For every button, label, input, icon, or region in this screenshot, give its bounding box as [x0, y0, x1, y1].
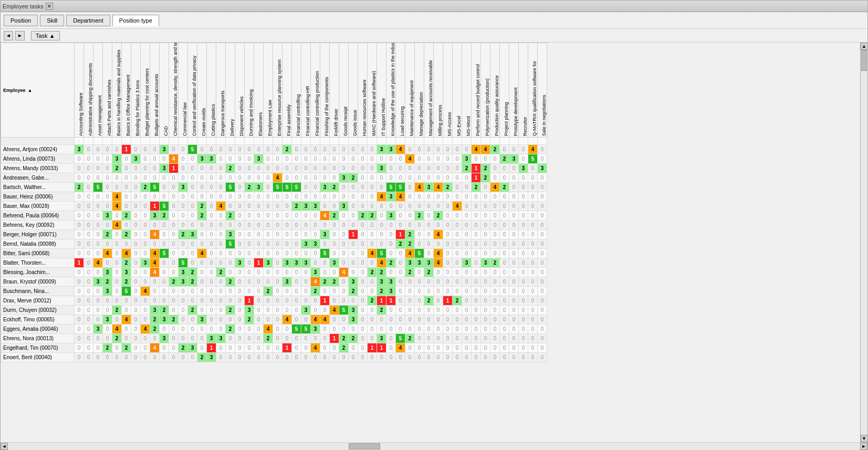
cell: 0 [472, 249, 481, 258]
cell: 0 [472, 221, 481, 230]
cell: 0 [103, 145, 112, 154]
cell: 1 [349, 230, 358, 239]
vertical-scrollbar[interactable]: ▲ ▼ [860, 43, 867, 442]
cell: 0 [216, 258, 226, 268]
tab-skill[interactable]: Skill [40, 15, 64, 26]
cell: 0 [490, 164, 500, 173]
cell: 2 [368, 211, 377, 221]
hscroll-track[interactable] [8, 443, 860, 450]
table-container[interactable]: Employee ▲ Accounting Software Administr… [1, 43, 860, 442]
cell: 0 [405, 287, 415, 296]
scroll-up-button[interactable]: ▲ [861, 43, 868, 50]
scrollbar-track[interactable] [861, 50, 867, 435]
cell: 0 [424, 287, 434, 296]
cell: 0 [141, 173, 150, 183]
horizontal-scrollbar[interactable]: ◄ ► [1, 443, 867, 450]
cell: 0 [301, 173, 311, 183]
cell: 0 [301, 183, 311, 192]
cell: 2 [179, 343, 188, 353]
cell: 3 [349, 315, 358, 325]
scroll-down-button[interactable]: ▼ [861, 435, 868, 442]
cell: 5 [226, 183, 235, 192]
cell: 3 [377, 277, 386, 287]
cell: 0 [93, 296, 103, 306]
cell: 0 [377, 230, 386, 239]
cell: 2 [358, 211, 368, 221]
cell: 0 [538, 315, 547, 325]
cell: 0 [292, 334, 301, 343]
cell: 0 [481, 192, 490, 202]
cell: 0 [453, 353, 462, 362]
cell: 0 [519, 211, 528, 221]
cell: 0 [405, 173, 415, 183]
cell: 5 [150, 183, 160, 192]
cell: 0 [141, 202, 150, 211]
nav-next-button[interactable]: ► [15, 31, 25, 40]
cell: 0 [396, 173, 405, 183]
cell: 0 [490, 211, 500, 221]
cell: 2 [216, 268, 226, 277]
cell: 0 [84, 277, 93, 287]
cell: 0 [131, 192, 141, 202]
cell: 0 [481, 183, 490, 192]
cell: 2 [169, 315, 179, 325]
cell: 0 [396, 221, 405, 230]
cell: 0 [519, 306, 528, 315]
nav-bar: ◄ ► Task ▲ [1, 29, 867, 43]
cell: 0 [358, 145, 368, 154]
cell: 0 [245, 192, 254, 202]
cell: 0 [292, 287, 301, 296]
cell: 0 [235, 353, 245, 362]
cell: 0 [245, 249, 254, 258]
cell: 0 [396, 325, 405, 334]
cell: 0 [453, 343, 462, 353]
cell: 0 [235, 334, 245, 343]
cell: 0 [490, 296, 500, 306]
cell: 0 [283, 325, 292, 334]
hscroll-right-button[interactable]: ► [860, 443, 867, 450]
cell: 0 [339, 249, 349, 258]
hscroll-thumb[interactable] [349, 443, 380, 449]
cell: 0 [207, 315, 216, 325]
cell: 0 [519, 239, 528, 249]
col-ms-access: MS-Access [443, 43, 453, 138]
cell: 0 [264, 192, 273, 202]
cell: 0 [330, 353, 339, 362]
tab-department[interactable]: Department [66, 15, 110, 26]
employee-name-cell: Andreasen, Gabe... [1, 173, 75, 183]
cell: 0 [245, 277, 254, 287]
cell: 3 [160, 164, 169, 173]
employee-task-table: Employee ▲ Accounting Software Administr… [1, 43, 547, 362]
cell: 0 [169, 211, 179, 221]
cell: 0 [283, 353, 292, 362]
cell: 0 [179, 249, 188, 258]
cell: 3 [377, 145, 386, 154]
cell: 0 [434, 315, 443, 325]
cell: 0 [273, 287, 283, 296]
cell: 0 [75, 306, 84, 315]
cell: 0 [434, 145, 443, 154]
cell: 0 [235, 183, 245, 192]
cell: 0 [292, 343, 301, 353]
cell: 0 [112, 183, 122, 192]
col-production-qa: Production quality assurance [490, 43, 500, 138]
cell: 0 [292, 173, 301, 183]
cell: 0 [528, 192, 538, 202]
table-row: Buschmann, Nina...0003050400000000000020… [1, 287, 547, 296]
cell: 0 [377, 325, 386, 334]
cell: 0 [103, 154, 112, 164]
employee-name-cell: Ahrens, Linda (00073) [1, 154, 75, 164]
cell: 3 [122, 268, 131, 277]
cell: 0 [283, 268, 292, 277]
scrollbar-thumb[interactable] [861, 50, 867, 71]
hscroll-left-button[interactable]: ◄ [1, 443, 8, 450]
nav-prev-button[interactable]: ◄ [4, 31, 13, 40]
close-button[interactable]: ✕ [46, 3, 53, 10]
tab-position[interactable]: Position [4, 15, 38, 26]
tab-position-type[interactable]: Position type [112, 15, 159, 26]
table-body: Ahrens, Artjom (00024)300001000300500000… [1, 145, 547, 362]
cell: 0 [273, 268, 283, 277]
cell: 0 [169, 183, 179, 192]
cell: 0 [472, 211, 481, 221]
task-sort-button[interactable]: Task ▲ [31, 31, 60, 40]
